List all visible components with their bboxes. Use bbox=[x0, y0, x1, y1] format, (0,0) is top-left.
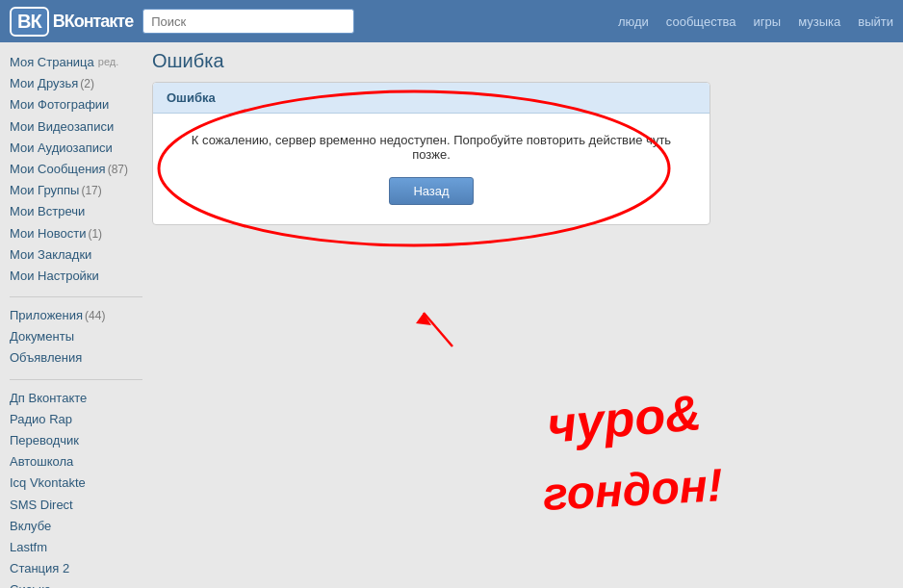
sidebar-item-station2: Станция 2 bbox=[10, 558, 142, 579]
sidebar-divider-2 bbox=[10, 379, 142, 380]
nav-games[interactable]: игры bbox=[754, 14, 782, 29]
sidebar-link-radio[interactable]: Радио Rap bbox=[10, 411, 72, 428]
sidebar-item-photos: Мои Фотографии bbox=[10, 94, 142, 115]
header: ВКонтакте люди сообщества игры музыка вы… bbox=[0, 0, 903, 42]
sidebar-link-bookmarks[interactable]: Мои Закладки bbox=[10, 246, 91, 264]
nav-music[interactable]: музыка bbox=[798, 14, 840, 29]
sidebar-main-section: Моя Страница ред. Мои Друзья (2) Мои Фот… bbox=[10, 52, 142, 287]
sidebar-link-photos[interactable]: Мои Фотографии bbox=[10, 96, 109, 114]
sidebar-item-icq: Icq Vkontakte bbox=[10, 473, 142, 494]
sidebar-item-bookmarks: Мои Закладки bbox=[10, 244, 142, 266]
sidebar-apps-section: Приложения (44) Документы Объявления bbox=[10, 305, 142, 370]
sidebar-item-dp: Дп Вконтакте bbox=[10, 388, 142, 409]
nav-logout[interactable]: выйти bbox=[858, 14, 893, 29]
sidebar-link-sms[interactable]: SMS Direct bbox=[10, 497, 73, 514]
sidebar-link-messages[interactable]: Мои Сообщения bbox=[10, 161, 106, 178]
news-badge: (1) bbox=[88, 227, 102, 241]
sidebar-link-meetings[interactable]: Мои Встречи bbox=[10, 203, 85, 220]
search-box bbox=[142, 9, 354, 34]
sidebar-link-vklube[interactable]: Вклубе bbox=[10, 518, 51, 535]
search-input[interactable] bbox=[142, 9, 354, 34]
sidebar-link-docs[interactable]: Документы bbox=[10, 328, 74, 345]
sidebar: Моя Страница ред. Мои Друзья (2) Мои Фот… bbox=[0, 42, 142, 588]
sidebar-item-lastfm: Lastfm bbox=[10, 537, 142, 558]
logo: ВКонтакте bbox=[10, 7, 133, 37]
sidebar-link-autoschool[interactable]: Автошкола bbox=[10, 453, 73, 471]
sidebar-item-news: Мои Новости (1) bbox=[10, 223, 142, 244]
sidebar-link-icq[interactable]: Icq Vkontakte bbox=[10, 474, 86, 492]
sidebar-item-mypage: Моя Страница ред. bbox=[10, 52, 142, 73]
friends-badge: (2) bbox=[80, 77, 94, 90]
sidebar-item-docs: Документы bbox=[10, 326, 142, 347]
error-message-text: К сожалению, сервер временно недоступен.… bbox=[182, 133, 681, 162]
sidebar-link-settings[interactable]: Мои Настройки bbox=[10, 268, 99, 285]
sidebar-item-ads: Объявления bbox=[10, 347, 142, 369]
groups-badge: (17) bbox=[81, 184, 101, 197]
sidebar-link-videos[interactable]: Мои Видеозаписи bbox=[10, 118, 114, 136]
sidebar-link-sisike[interactable]: Сиське bbox=[10, 581, 51, 588]
sidebar-link-station2[interactable]: Станция 2 bbox=[10, 560, 69, 577]
sidebar-item-autoschool: Автошкола bbox=[10, 451, 142, 473]
page-title: Ошибка bbox=[152, 50, 893, 72]
logo-icon bbox=[10, 7, 49, 37]
sidebar-link-dp[interactable]: Дп Вконтакте bbox=[10, 390, 87, 407]
sidebar-item-vklube: Вклубе bbox=[10, 516, 142, 537]
nav-communities[interactable]: сообщества bbox=[666, 14, 736, 29]
sidebar-link-apps[interactable]: Приложения bbox=[10, 307, 83, 324]
content-area: Ошибка Ошибка К сожалению, сервер времен… bbox=[142, 42, 903, 588]
error-body: К сожалению, сервер временно недоступен.… bbox=[153, 114, 710, 224]
sidebar-item-videos: Мои Видеозаписи bbox=[10, 116, 142, 138]
sidebar-item-sisike: Сиське bbox=[10, 579, 142, 588]
nav-links: люди сообщества игры музыка выйти bbox=[618, 14, 893, 29]
messages-badge: (87) bbox=[108, 163, 128, 176]
main-layout: Моя Страница ред. Мои Друзья (2) Мои Фот… bbox=[0, 42, 903, 588]
sidebar-item-friends: Мои Друзья (2) bbox=[10, 73, 142, 94]
sidebar-item-translator: Переводчик bbox=[10, 430, 142, 451]
sidebar-item-sms: SMS Direct bbox=[10, 495, 142, 516]
sidebar-link-friends[interactable]: Мои Друзья bbox=[10, 75, 78, 92]
nav-people[interactable]: люди bbox=[618, 14, 649, 29]
error-header: Ошибка bbox=[153, 83, 710, 114]
sidebar-item-messages: Мои Сообщения (87) bbox=[10, 159, 142, 180]
sidebar-divider-1 bbox=[10, 296, 142, 297]
error-container: Ошибка К сожалению, сервер временно недо… bbox=[152, 82, 710, 225]
sidebar-item-groups: Мои Группы (17) bbox=[10, 180, 142, 201]
back-button[interactable]: Назад bbox=[389, 177, 473, 205]
sidebar-link-groups[interactable]: Мои Группы bbox=[10, 182, 79, 199]
sidebar-item-radio: Радио Rap bbox=[10, 409, 142, 430]
sidebar-link-translator[interactable]: Переводчик bbox=[10, 432, 79, 449]
sidebar-link-news[interactable]: Мои Новости bbox=[10, 225, 86, 243]
sidebar-link-audio[interactable]: Мои Аудиозаписи bbox=[10, 140, 113, 157]
sidebar-item-audio: Мои Аудиозаписи bbox=[10, 138, 142, 159]
sidebar-item-settings: Мои Настройки bbox=[10, 266, 142, 287]
apps-badge: (44) bbox=[85, 309, 105, 322]
sidebar-extra-section: Дп Вконтакте Радио Rap Переводчик Автошк… bbox=[10, 388, 142, 588]
sidebar-link-mypage[interactable]: Моя Страница bbox=[10, 54, 94, 71]
sidebar-link-ads[interactable]: Объявления bbox=[10, 349, 82, 367]
sidebar-item-meetings: Мои Встречи bbox=[10, 201, 142, 222]
sidebar-link-mypage-edit[interactable]: ред. bbox=[98, 55, 118, 69]
logo-text: ВКонтакте bbox=[53, 12, 134, 32]
sidebar-link-lastfm[interactable]: Lastfm bbox=[10, 539, 47, 556]
sidebar-item-apps: Приложения (44) bbox=[10, 305, 142, 326]
